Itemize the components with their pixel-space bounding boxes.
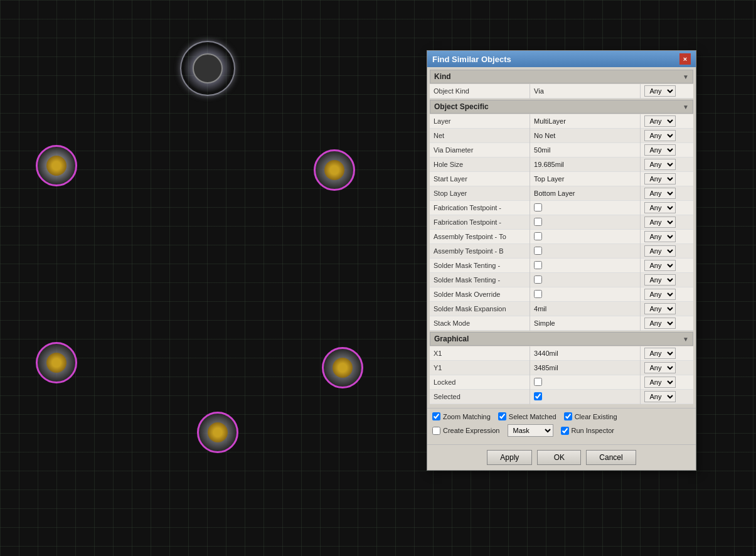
section-object-specific-arrow: ▼ <box>683 104 689 110</box>
zoom-matching-label[interactable]: Zoom Matching <box>432 412 491 420</box>
net-value: No Net <box>530 129 641 143</box>
y1-label: Y1 <box>430 361 530 375</box>
solder-mask-override-label: Solder Mask Override <box>430 287 530 302</box>
asm-testpoint-b-checkbox[interactable] <box>534 247 542 255</box>
table-row: Fabrication Testpoint - Any <box>430 201 693 215</box>
create-expression-checkbox[interactable] <box>432 427 440 435</box>
clear-existing-label[interactable]: Clear Existing <box>564 412 617 420</box>
dialog-title: Find Similar Objects <box>432 55 511 64</box>
clear-existing-checkbox[interactable] <box>564 412 572 420</box>
table-row: Fabrication Testpoint - Any <box>430 215 693 230</box>
clear-existing-text: Clear Existing <box>575 413 617 420</box>
locked-match-dropdown[interactable]: Any <box>644 377 676 388</box>
prop-object-kind-match: AnySameDifferent <box>641 84 693 99</box>
graphical-table: X1 3440mil Any Y1 3485mil Any Locked Any… <box>430 346 693 404</box>
table-row: Hole Size 19.685mil Any <box>430 158 693 172</box>
fab-testpoint-t-label: Fabrication Testpoint - <box>430 201 530 215</box>
solder-mask-expansion-match-dropdown[interactable]: Any <box>644 303 676 314</box>
solder-mask-t-checkbox[interactable] <box>534 261 542 269</box>
asm-testpoint-b-match-dropdown[interactable]: Any <box>644 245 676 257</box>
run-inspector-label[interactable]: Run Inspector <box>561 427 614 435</box>
solder-mask-override-value <box>530 287 641 302</box>
apply-button[interactable]: Apply <box>487 450 532 465</box>
create-expression-label[interactable]: Create Expression <box>432 427 500 435</box>
table-row: Solder Mask Tenting - Any <box>430 273 693 287</box>
selected-label: Selected <box>430 390 530 404</box>
layer-match-dropdown[interactable]: Any <box>644 115 676 127</box>
start-layer-value: Top Layer <box>530 172 641 186</box>
fab-testpoint-b-match-dropdown[interactable]: Any <box>644 217 676 228</box>
selected-match-dropdown[interactable]: Any <box>644 391 676 402</box>
cancel-button[interactable]: Cancel <box>586 450 636 465</box>
options-row-2: Create Expression Mask Filter Select Hig… <box>432 424 691 437</box>
section-graphical-header[interactable]: Graphical ▼ <box>430 332 693 346</box>
locked-label: Locked <box>430 375 530 390</box>
asm-testpoint-t-checkbox[interactable] <box>534 232 542 240</box>
zoom-matching-checkbox[interactable] <box>432 412 440 420</box>
section-kind-label: Kind <box>434 72 451 81</box>
layer-label: Layer <box>430 114 530 129</box>
stop-layer-label: Stop Layer <box>430 186 530 201</box>
object-kind-match-dropdown[interactable]: AnySameDifferent <box>644 85 676 97</box>
x1-match-dropdown[interactable]: Any <box>644 348 676 359</box>
section-object-specific-label: Object Specific <box>434 102 489 111</box>
dialog-close-button[interactable]: × <box>679 53 691 65</box>
via-6-inner <box>208 422 228 442</box>
asm-testpoint-t-value <box>530 230 641 244</box>
net-match-dropdown[interactable]: Any <box>644 130 676 141</box>
stop-layer-match-dropdown[interactable]: Any <box>644 188 676 199</box>
x1-label: X1 <box>430 346 530 361</box>
fab-testpoint-b-value <box>530 215 641 230</box>
table-row: Assembly Testpoint - To Any <box>430 230 693 244</box>
run-inspector-checkbox[interactable] <box>561 427 569 435</box>
start-layer-match-dropdown[interactable]: Any <box>644 173 676 184</box>
asm-testpoint-b-value <box>530 244 641 259</box>
mask-dropdown[interactable]: Mask Filter Select Highlight <box>508 424 553 437</box>
select-matched-label[interactable]: Select Matched <box>498 412 556 420</box>
fab-testpoint-t-match-dropdown[interactable]: Any <box>644 202 676 213</box>
stack-mode-match-dropdown[interactable]: Any <box>644 318 676 329</box>
fab-testpoint-t-checkbox[interactable] <box>534 203 542 211</box>
fab-testpoint-t-value <box>530 201 641 215</box>
section-kind-header[interactable]: Kind ▼ <box>430 70 693 83</box>
table-row: Stack Mode Simple Any <box>430 316 693 331</box>
table-row: Net No Net Any <box>430 129 693 143</box>
x1-value: 3440mil <box>530 346 641 361</box>
table-row: Via Diameter 50mil Any <box>430 143 693 158</box>
hole-size-match-dropdown[interactable]: Any <box>644 159 676 170</box>
stack-mode-label: Stack Mode <box>430 316 530 331</box>
asm-testpoint-t-match-dropdown[interactable]: Any <box>644 231 676 242</box>
y1-match-dropdown[interactable]: Any <box>644 362 676 373</box>
prop-object-kind-value: Via <box>530 84 641 99</box>
fab-testpoint-b-checkbox[interactable] <box>534 218 542 226</box>
selected-value <box>530 390 641 404</box>
locked-value <box>530 375 641 390</box>
locked-checkbox[interactable] <box>534 378 542 386</box>
select-matched-checkbox[interactable] <box>498 412 506 420</box>
via-diameter-value: 50mil <box>530 143 641 158</box>
table-row: Solder Mask Expansion 4mil Any <box>430 302 693 316</box>
solder-mask-b-match-dropdown[interactable]: Any <box>644 274 676 286</box>
table-row: Solder Mask Override Any <box>430 287 693 302</box>
stop-layer-value: Bottom Layer <box>530 186 641 201</box>
ok-button[interactable]: OK <box>537 450 581 465</box>
solder-mask-override-match-dropdown[interactable]: Any <box>644 289 676 300</box>
table-row: Layer MultiLayer Any <box>430 114 693 129</box>
table-row: Solder Mask Tenting - Any <box>430 259 693 273</box>
via-inner-selected <box>193 53 223 83</box>
zoom-matching-text: Zoom Matching <box>443 413 491 420</box>
solder-mask-t-match-dropdown[interactable]: Any <box>644 260 676 271</box>
solder-mask-b-checkbox[interactable] <box>534 275 542 284</box>
selected-checkbox[interactable] <box>534 392 542 400</box>
solder-mask-override-checkbox[interactable] <box>534 290 542 298</box>
table-row: X1 3440mil Any <box>430 346 693 361</box>
via-diameter-match-dropdown[interactable]: Any <box>644 144 676 156</box>
stack-mode-value: Simple <box>530 316 641 331</box>
create-expression-text: Create Expression <box>443 427 500 434</box>
hole-size-value: 19.685mil <box>530 158 641 172</box>
y1-value: 3485mil <box>530 361 641 375</box>
layer-value: MultiLayer <box>530 114 641 129</box>
via-5-inner <box>333 358 353 378</box>
section-object-specific-header[interactable]: Object Specific ▼ <box>430 100 693 114</box>
dialog-titlebar: Find Similar Objects × <box>427 51 696 67</box>
